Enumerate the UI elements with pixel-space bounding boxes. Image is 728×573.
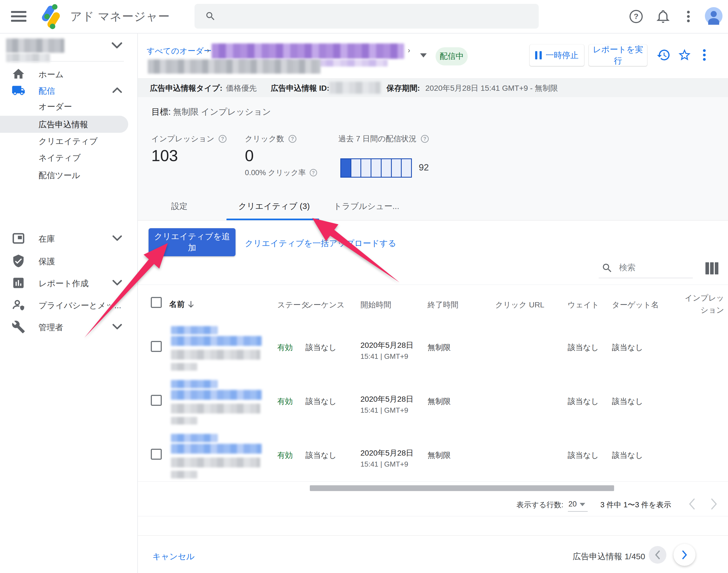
notifications-bell-icon[interactable] — [656, 9, 670, 23]
tab-creatives[interactable]: クリエイティブ (3) — [238, 201, 310, 212]
account-switcher-chevron-icon[interactable] — [111, 42, 123, 49]
run-report-button[interactable]: レポートを実行 — [589, 45, 647, 66]
redacted-creative-detail — [171, 471, 197, 478]
column-header-impressions[interactable]: インプレッション — [684, 292, 724, 316]
sidebar-item-privacy-messaging[interactable]: プライバシーとメッ... — [0, 297, 137, 314]
cell-target: 該当なし — [612, 342, 643, 353]
sidebar-divider — [10, 61, 124, 62]
breadcrumb-all-orders-link[interactable]: すべてのオーダー — [147, 46, 211, 57]
chevron-down-icon[interactable] — [112, 279, 122, 286]
help-icon[interactable]: ? — [629, 9, 643, 23]
redacted-creative-detail — [171, 417, 197, 424]
column-header-weight[interactable]: ウェイト — [568, 300, 599, 310]
topbar: アド マネージャー ? — [0, 0, 728, 34]
ad-manager-page: アド マネージャー ? ホーム 配信 — [0, 0, 728, 573]
sort-descending-icon[interactable] — [187, 301, 195, 308]
sidebar-item-admin[interactable]: 管理者 — [0, 318, 137, 336]
breadcrumb-dropdown-icon[interactable] — [420, 53, 427, 58]
sidebar-item-inventory[interactable]: 在庫 — [0, 230, 137, 248]
redacted-creative-name — [171, 444, 262, 454]
bulk-upload-link[interactable]: クリエイティブを一括アップロードする — [245, 238, 396, 249]
breadcrumb-separator: › — [408, 46, 410, 55]
redacted-account-name — [6, 39, 64, 53]
privacy-person-shield-icon — [11, 298, 25, 312]
favorite-star-icon[interactable] — [677, 48, 692, 62]
history-icon[interactable] — [657, 48, 671, 62]
sidebar: ホーム 配信 オーダー 広告申込情報 クリエイティブ ネイティブ 配信ツール 在… — [0, 33, 137, 573]
type-value: 価格優先 — [226, 83, 257, 94]
chevron-down-icon[interactable] — [112, 235, 122, 242]
columns-icon[interactable] — [705, 261, 719, 275]
column-header-name[interactable]: 名前 — [169, 299, 185, 310]
cell-end-time: 無制限 — [428, 450, 451, 461]
global-search[interactable] — [195, 4, 539, 29]
sidebar-item-reporting[interactable]: レポート作成 — [0, 274, 137, 292]
global-search-input[interactable] — [225, 9, 529, 24]
sidebar-item-protections[interactable]: 保護 — [0, 252, 137, 270]
table-bottom-border — [138, 516, 728, 516]
more-actions-icon[interactable] — [701, 48, 708, 63]
help-icon[interactable]: ? — [218, 135, 227, 143]
table-header: 名前 ステータ. シーケンス 開始時間 終了時間 クリック URL ウェイト タ… — [138, 284, 728, 320]
prev-line-item-button[interactable] — [649, 546, 666, 564]
rows-per-page-value[interactable]: 20 — [569, 500, 577, 508]
add-creative-button[interactable]: クリエイティブを追加 — [149, 228, 236, 256]
app-title: アド マネージャー — [70, 9, 170, 24]
column-header-end[interactable]: 終了時間 — [428, 300, 458, 310]
table-row[interactable]: 有効 該当なし 2020年5月28日 15:41 | GMT+9 無制限 該当な… — [138, 320, 728, 374]
tab-troubleshoot[interactable]: トラブルシュー... — [334, 201, 399, 212]
avatar[interactable] — [705, 7, 723, 25]
row-checkbox[interactable] — [151, 449, 162, 460]
cell-sequence: 該当なし — [305, 450, 337, 461]
row-checkbox[interactable] — [151, 395, 162, 406]
rows-per-page-dropdown-icon[interactable] — [579, 503, 585, 507]
goal-text: 目標: 無制限 インプレッション — [151, 106, 271, 118]
main-content: すべてのオーダー › › 配信中 一時停止 レポートを実行 広告申込情報タイプ: — [138, 33, 728, 573]
help-icon[interactable]: ? — [288, 135, 297, 143]
hamburger-menu-icon[interactable] — [11, 10, 27, 23]
wrench-icon — [11, 320, 25, 334]
table-row[interactable]: 有効 該当なし 2020年5月28日 15:41 | GMT+9 無制限 該当な… — [138, 374, 728, 428]
sidebar-item-delivery-tools[interactable]: 配信ツール — [0, 166, 137, 184]
sidebar-item-home[interactable]: ホーム — [0, 65, 137, 83]
row-checkbox[interactable] — [151, 341, 162, 352]
chevron-down-icon[interactable] — [112, 323, 122, 330]
svg-text:?: ? — [634, 12, 638, 20]
breadcrumb-separator: › — [207, 46, 209, 55]
cancel-link[interactable]: キャンセル — [152, 551, 195, 562]
sidebar-item-creatives[interactable]: クリエイティブ — [0, 132, 137, 150]
table-row[interactable]: 有効 該当なし 2020年5月28日 15:41 | GMT+9 無制限 該当な… — [138, 427, 728, 482]
pagination-next-icon[interactable] — [711, 498, 718, 510]
next-line-item-button[interactable] — [674, 544, 695, 566]
column-header-sequence[interactable]: シーケンス — [305, 300, 345, 310]
cell-status: 有効 — [277, 342, 293, 353]
sidebar-item-line-items[interactable]: 広告申込情報 — [0, 115, 137, 133]
redacted-creative-detail — [171, 404, 260, 414]
cell-status: 有効 — [277, 450, 293, 461]
help-icon[interactable]: ? — [309, 168, 318, 177]
sidebar-item-native[interactable]: ネイティブ — [0, 149, 137, 166]
cell-start-date: 2020年5月28日 — [360, 448, 414, 458]
help-icon[interactable]: ? — [421, 135, 429, 143]
id-label: 広告申込情報 ID: — [271, 83, 329, 94]
more-options-icon[interactable] — [685, 10, 692, 24]
pause-button[interactable]: 一時停止 — [530, 45, 584, 66]
chevron-up-icon[interactable] — [112, 87, 122, 94]
cell-weight: 該当なし — [568, 396, 599, 407]
horizontal-scrollbar[interactable] — [310, 485, 614, 491]
sidebar-item-orders[interactable]: オーダー — [0, 98, 137, 115]
select-all-checkbox[interactable] — [151, 297, 162, 308]
impressions-value: 103 — [151, 146, 178, 165]
column-header-click-url[interactable]: クリック URL — [495, 300, 544, 310]
tab-settings[interactable]: 設定 — [171, 201, 188, 212]
pagination-prev-icon[interactable] — [688, 498, 695, 510]
column-header-start[interactable]: 開始時間 — [360, 300, 391, 310]
delivery-label: 過去 7 日間の配信状況 ? — [338, 134, 429, 144]
shield-check-icon — [11, 254, 25, 268]
column-header-target[interactable]: ターゲット名 — [612, 300, 659, 310]
cell-weight: 該当なし — [568, 342, 599, 353]
sidebar-main-divider — [137, 33, 138, 573]
sidebar-item-delivery[interactable]: 配信 — [0, 82, 137, 100]
table-search-input[interactable] — [619, 261, 691, 274]
cell-status: 有効 — [277, 396, 293, 407]
